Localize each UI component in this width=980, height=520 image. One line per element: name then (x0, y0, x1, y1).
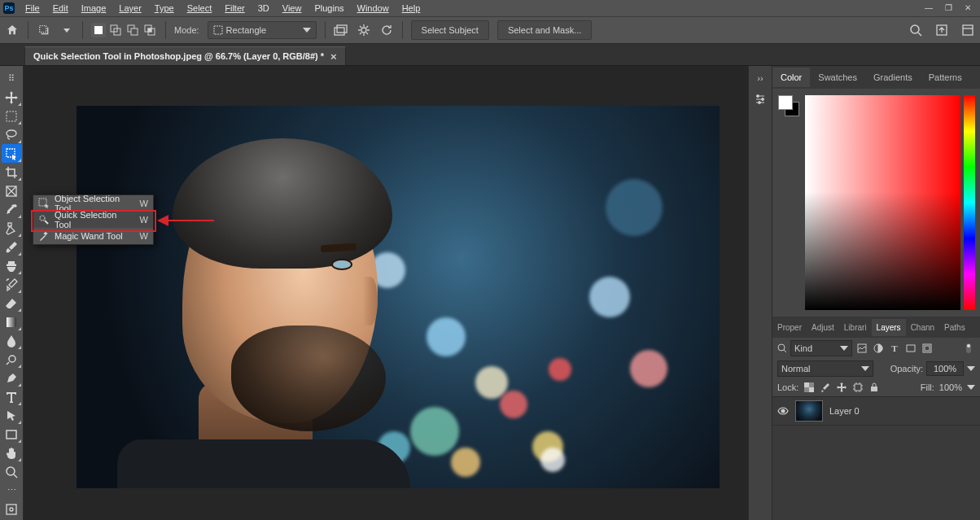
chevron-down-icon[interactable] (967, 365, 975, 373)
menu-plugins[interactable]: Plugins (308, 2, 349, 15)
close-icon[interactable]: × (330, 50, 337, 63)
share-icon[interactable] (934, 23, 949, 37)
search-icon[interactable] (908, 23, 923, 37)
zoom-tool[interactable] (2, 462, 22, 481)
hand-tool[interactable] (2, 444, 22, 462)
healing-brush-tool[interactable] (2, 219, 22, 238)
hue-slider[interactable] (964, 95, 975, 310)
tab-libraries[interactable]: Librari (839, 319, 872, 336)
tab-swatches[interactable]: Swatches (810, 68, 865, 87)
filter-shape-icon[interactable] (904, 342, 917, 355)
enhance-edge-icon[interactable] (357, 23, 371, 37)
menu-window[interactable]: Window (352, 2, 395, 15)
blur-tool[interactable] (2, 331, 22, 350)
opacity-value[interactable]: 100% (926, 361, 964, 376)
window-restore-icon[interactable]: ❐ (939, 2, 957, 13)
menu-type[interactable]: Type (149, 2, 180, 15)
lasso-tool[interactable] (2, 125, 22, 144)
subtract-selection-icon[interactable] (125, 23, 140, 37)
foreground-background-swatch[interactable] (778, 95, 799, 116)
lock-image-icon[interactable] (820, 382, 831, 393)
clone-stamp-tool[interactable] (2, 256, 22, 275)
filter-smart-icon[interactable] (921, 342, 934, 355)
layer-thumbnail[interactable] (795, 400, 823, 422)
lock-artboard-icon[interactable] (852, 382, 864, 393)
filter-adjust-icon[interactable] (872, 342, 885, 355)
canvas-area[interactable] (24, 66, 748, 520)
blend-mode-select[interactable]: Normal (777, 361, 873, 377)
tab-gradients[interactable]: Gradients (865, 68, 921, 87)
tool-preset-icon[interactable] (37, 23, 51, 37)
filter-type-icon[interactable]: T (888, 342, 901, 355)
pen-tool[interactable] (2, 369, 22, 387)
edit-toolbar-icon[interactable] (2, 500, 22, 518)
flyout-quick-selection[interactable]: Quick Selection Tool W (33, 212, 153, 228)
menu-select[interactable]: Select (182, 2, 218, 15)
tab-properties[interactable]: Proper (772, 319, 807, 336)
menu-view[interactable]: View (277, 2, 308, 15)
menu-layer[interactable]: Layer (113, 2, 147, 15)
flyout-magic-wand[interactable]: Magic Wand Tool W (33, 228, 153, 244)
mode-select[interactable]: Rectangle (208, 21, 317, 39)
menu-filter[interactable]: Filter (219, 2, 250, 15)
dodge-tool[interactable] (2, 350, 22, 369)
layer-name[interactable]: Layer 0 (829, 406, 860, 416)
add-selection-icon[interactable] (108, 23, 123, 37)
home-icon[interactable] (5, 23, 20, 37)
layer-row[interactable]: Layer 0 (772, 397, 980, 426)
chevron-down-icon[interactable] (967, 383, 975, 391)
expand-dock-icon[interactable]: ›› (753, 71, 768, 85)
menu-help[interactable]: Help (396, 2, 427, 15)
path-selection-tool[interactable] (2, 406, 22, 425)
lock-position-icon[interactable] (836, 382, 847, 393)
filter-toggle[interactable] (962, 342, 975, 355)
tab-adjustments[interactable]: Adjust (807, 319, 839, 336)
eraser-tool[interactable] (2, 294, 22, 312)
workspace-icon[interactable] (960, 23, 975, 37)
menu-edit[interactable]: Edit (47, 2, 74, 15)
frame-tool[interactable] (2, 181, 22, 200)
grip-icon[interactable]: ⠿ (2, 69, 22, 88)
document-canvas[interactable] (77, 106, 720, 488)
menu-3d[interactable]: 3D (252, 2, 275, 15)
crop-tool[interactable] (2, 163, 22, 181)
rectangle-tool[interactable] (2, 425, 22, 444)
menu-file[interactable]: File (20, 2, 46, 15)
select-subject-button[interactable]: Select Subject (411, 20, 489, 40)
tab-channels[interactable]: Chann (906, 319, 939, 336)
tab-patterns[interactable]: Patterns (921, 68, 970, 87)
gradient-tool[interactable] (2, 312, 22, 331)
layer-filter-kind[interactable]: Kind (790, 340, 852, 356)
new-selection-icon[interactable] (91, 23, 106, 37)
chevron-down-icon[interactable] (59, 23, 74, 37)
select-and-mask-button[interactable]: Select and Mask... (497, 20, 593, 40)
fill-value[interactable]: 100% (939, 382, 962, 392)
sample-all-layers-icon[interactable] (334, 23, 348, 37)
brush-tool[interactable] (2, 238, 22, 256)
visibility-icon[interactable] (777, 405, 789, 417)
flyout-object-selection[interactable]: Object Selection Tool W (33, 195, 153, 212)
menu-image[interactable]: Image (76, 2, 112, 15)
tab-paths[interactable]: Paths (939, 319, 970, 336)
refresh-icon[interactable] (379, 23, 394, 37)
tab-layers[interactable]: Layers (872, 319, 906, 336)
document-tab[interactable]: Quick Selection Tool in Photoshop.jpeg @… (24, 46, 346, 65)
window-close-icon[interactable]: ✕ (959, 2, 977, 13)
object-selection-tool[interactable] (2, 144, 22, 163)
lock-all-icon[interactable] (868, 382, 880, 393)
window-minimize-icon[interactable]: — (920, 2, 938, 13)
panel-icon-1[interactable] (753, 92, 768, 107)
intersect-selection-icon[interactable] (142, 23, 157, 37)
panel-dock-collapsed: ›› (748, 66, 772, 520)
history-brush-tool[interactable] (2, 275, 22, 294)
marquee-tool[interactable] (2, 107, 22, 125)
document-tab-title: Quick Selection Tool in Photoshop.jpeg @… (33, 51, 324, 61)
move-tool[interactable] (2, 88, 22, 107)
more-tools-icon[interactable]: ⋯ (2, 481, 22, 500)
eyedropper-tool[interactable] (2, 200, 22, 219)
type-tool[interactable] (2, 387, 22, 406)
lock-transparent-icon[interactable] (803, 382, 815, 393)
color-spectrum[interactable] (805, 95, 960, 310)
filter-pixel-icon[interactable] (855, 342, 868, 355)
tab-color[interactable]: Color (772, 68, 810, 87)
